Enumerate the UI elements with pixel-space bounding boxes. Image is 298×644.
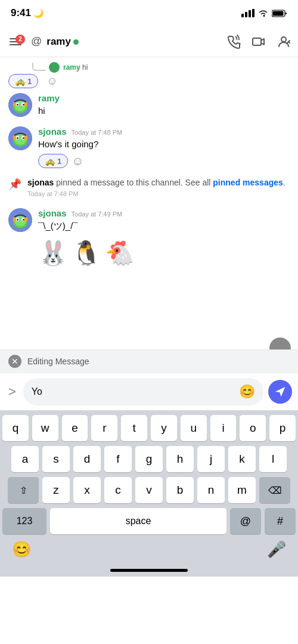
key-f[interactable]: f	[104, 446, 132, 472]
space-key[interactable]: space	[50, 508, 226, 534]
avatar	[8, 93, 32, 117]
at-key[interactable]: @	[230, 508, 261, 534]
svg-rect-2	[253, 38, 261, 45]
key-p[interactable]: p	[269, 415, 296, 441]
svg-rect-20	[13, 135, 16, 140]
keyboard-extras-row: 😊 🎤	[2, 537, 296, 561]
home-indicator	[110, 569, 188, 572]
key-s[interactable]: s	[42, 446, 70, 472]
svg-point-24	[14, 216, 26, 227]
key-h[interactable]: h	[166, 446, 194, 472]
emoji-keyboard-button[interactable]: 😊	[12, 540, 31, 559]
send-button[interactable]	[268, 380, 292, 404]
backspace-key[interactable]: ⌫	[259, 477, 290, 503]
svg-rect-21	[24, 135, 27, 140]
system-username: sjonas	[27, 178, 54, 187]
key-k[interactable]: k	[228, 446, 256, 472]
svg-point-28	[23, 219, 24, 221]
key-u[interactable]: u	[181, 415, 207, 441]
status-time: 9:41	[11, 7, 31, 19]
message-input[interactable]	[32, 386, 239, 397]
editing-close-button[interactable]: ✕	[8, 355, 21, 368]
username: sjonas	[38, 208, 67, 218]
system-message: 📌 sjonas pinned a message to this channe…	[0, 173, 298, 201]
key-z[interactable]: z	[42, 477, 70, 503]
reaction-button[interactable]: 🚕 1	[8, 74, 38, 88]
battery-icon	[272, 10, 287, 17]
message-text: hi	[38, 106, 45, 116]
reply-text: ramy hi	[63, 63, 88, 72]
pinned-messages-link[interactable]: pinned messages	[213, 178, 283, 187]
key-d[interactable]: d	[73, 446, 101, 472]
key-q[interactable]: q	[2, 415, 29, 441]
key-b[interactable]: b	[166, 477, 194, 503]
message-header: sjonas Today at 7:49 PM	[38, 208, 290, 218]
svg-point-18	[17, 137, 18, 139]
message-content: sjonas Today at 7:49 PM ¯\_(ツ)_/¯	[38, 208, 290, 232]
emoji-picker-button[interactable]: 😊	[239, 384, 255, 400]
hash-key[interactable]: #	[265, 508, 296, 534]
hamburger-menu[interactable]: 2	[7, 36, 24, 48]
key-v[interactable]: v	[135, 477, 163, 503]
key-y[interactable]: y	[151, 415, 177, 441]
profile-icon[interactable]	[277, 35, 291, 49]
numbers-key[interactable]: 123	[2, 508, 46, 534]
reaction-count: 1	[57, 157, 61, 166]
expand-button[interactable]: >	[6, 382, 18, 402]
reply-avatar	[49, 62, 60, 73]
input-row: > 😊	[0, 373, 298, 410]
key-t[interactable]: t	[121, 415, 147, 441]
call-icon[interactable]	[226, 35, 241, 49]
key-a[interactable]: a	[11, 446, 39, 472]
key-n[interactable]: n	[197, 477, 225, 503]
message-text: ¯\_(ツ)_/¯	[38, 219, 290, 232]
key-x[interactable]: x	[73, 477, 101, 503]
avatar	[8, 126, 32, 150]
reaction-count: 1	[27, 77, 32, 86]
key-w[interactable]: w	[32, 415, 58, 441]
channel-name: ramy	[46, 36, 222, 48]
key-r[interactable]: r	[91, 415, 117, 441]
add-reaction-button[interactable]: ☺	[72, 154, 83, 168]
svg-point-10	[23, 104, 24, 106]
message-text: How's it going?	[38, 138, 290, 150]
keyboard: q w e r t y u i o p a s d f g h j k l ⇧ …	[0, 410, 298, 577]
message-group: ramy hi	[0, 91, 298, 119]
microphone-button[interactable]: 🎤	[267, 540, 286, 559]
svg-rect-12	[24, 102, 27, 107]
emoji-chicken: 🐔	[105, 239, 135, 267]
key-j[interactable]: j	[197, 446, 225, 472]
reply-indicator: ramy hi	[0, 62, 298, 74]
message-time: Today at 7:49 PM	[72, 210, 123, 218]
key-o[interactable]: o	[240, 415, 266, 441]
key-c[interactable]: c	[104, 477, 132, 503]
message-input-container: 😊	[23, 378, 263, 405]
key-m[interactable]: m	[228, 477, 256, 503]
keyboard-row-1: q w e r t y u i o p	[2, 415, 296, 441]
key-g[interactable]: g	[135, 446, 163, 472]
emoji-rabbit: 🐰	[38, 239, 68, 267]
pin-icon: 📌	[8, 178, 21, 191]
username: sjonas	[38, 126, 67, 137]
status-icons	[241, 9, 287, 17]
unread-badge: 2	[15, 35, 25, 44]
reaction-button[interactable]: 🚕 1	[38, 154, 68, 168]
message-group: sjonas Today at 7:48 PM How's it going? …	[0, 124, 298, 171]
scroll-to-bottom-button[interactable]	[269, 338, 291, 349]
key-e[interactable]: e	[62, 415, 88, 441]
message-content: ramy hi	[38, 93, 290, 117]
status-bar: 9:41 🌙	[0, 0, 298, 26]
emoji-row: 🐰 🐧 🐔	[0, 237, 298, 270]
shift-key[interactable]: ⇧	[8, 477, 39, 503]
header-actions	[226, 35, 291, 49]
add-reaction-button[interactable]: ☺	[46, 75, 57, 88]
svg-rect-30	[24, 217, 27, 222]
key-l[interactable]: l	[259, 446, 287, 472]
chat-area: ramy hi 🚕 1 ☺	[0, 57, 298, 349]
signal-icon	[241, 9, 254, 17]
reaction-emoji: 🚕	[15, 76, 25, 86]
keyboard-row-2: a s d f g h j k l	[2, 446, 296, 472]
video-icon[interactable]	[252, 35, 266, 49]
message-header: sjonas Today at 7:48 PM	[38, 126, 290, 137]
key-i[interactable]: i	[210, 415, 237, 441]
